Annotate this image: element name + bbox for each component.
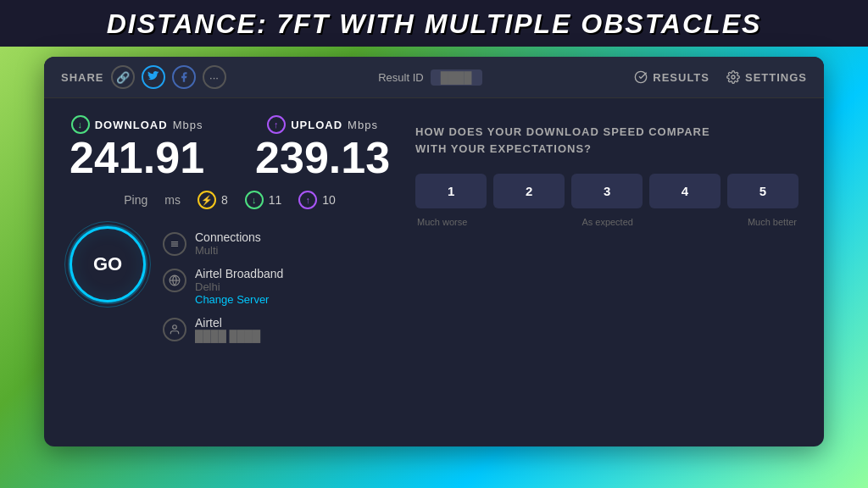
svg-point-7 (173, 325, 177, 330)
upload-block: ↑ UPLOAD Mbps 239.13 (255, 115, 390, 182)
rating-label-right: Much better (748, 217, 797, 227)
right-actions: RESULTS SETTINGS (634, 70, 807, 84)
ping-row: Ping ms ⚡ 8 ↓ 11 ↑ 10 (70, 191, 390, 209)
download-block: ↓ DOWNLOAD Mbps 241.91 (70, 115, 204, 182)
jitter-up-item: ↑ 10 (298, 191, 336, 209)
compare-title: HOW DOES YOUR DOWNLOAD SPEED COMPAREWITH… (415, 124, 798, 157)
top-bar: SHARE 🔗 ··· Result ID ████ RESULTS SETTI… (44, 57, 824, 98)
user-value: ████ ████ (195, 330, 260, 342)
isp-name: Airtel Broadband (195, 267, 283, 280)
download-label: ↓ DOWNLOAD Mbps (70, 115, 204, 134)
ping-label: Ping (124, 193, 147, 207)
jitter-up-icon: ↑ (298, 191, 317, 209)
share-label: SHARE (61, 71, 104, 84)
connections-label: Connections (195, 230, 261, 244)
user-icon (163, 318, 186, 341)
results-button[interactable]: RESULTS (634, 70, 709, 84)
jitter-down-icon: ↓ (245, 191, 264, 209)
facebook-share-icon[interactable] (172, 65, 196, 89)
ping-icon: ⚡ (198, 191, 216, 209)
user-content: Airtel ████ ████ (195, 316, 260, 342)
settings-button[interactable]: SETTINGS (726, 70, 807, 84)
result-id-section: Result ID ████ (226, 69, 635, 86)
connections-value: Multi (195, 244, 261, 257)
go-button[interactable]: GO (70, 226, 146, 302)
right-panel: HOW DOES YOUR DOWNLOAD SPEED COMPAREWITH… (415, 115, 798, 342)
download-value: 241.91 (70, 134, 204, 182)
upload-icon: ↑ (267, 115, 286, 134)
result-id-value: ████ (431, 69, 482, 86)
svg-point-0 (636, 71, 647, 82)
lower-left: GO Connections Multi (70, 226, 390, 342)
info-rows: Connections Multi Airtel Broadband (163, 226, 283, 342)
content-area: ↓ DOWNLOAD Mbps 241.91 ↑ UPLOAD Mbps 239… (44, 98, 824, 359)
connections-row: Connections Multi (163, 230, 283, 257)
globe-icon (163, 269, 186, 292)
rating-row: 1 2 3 4 5 (415, 174, 798, 208)
ping-unit: ms (164, 193, 181, 207)
rating-btn-5[interactable]: 5 (727, 174, 798, 208)
user-label: Airtel (195, 316, 260, 330)
rating-label-left: Much worse (417, 217, 467, 227)
twitter-share-icon[interactable] (142, 65, 165, 89)
rating-label-center: As expected (581, 217, 633, 227)
rating-btn-2[interactable]: 2 (493, 174, 565, 208)
more-share-icon[interactable]: ··· (203, 65, 226, 89)
left-panel: ↓ DOWNLOAD Mbps 241.91 ↑ UPLOAD Mbps 239… (70, 115, 390, 342)
rating-btn-3[interactable]: 3 (571, 174, 643, 208)
svg-point-1 (732, 75, 735, 79)
page-title: DISTANCE: 7FT WITH MULTIPLE OBSTACLES (107, 8, 762, 39)
jitter-down-item: ↓ 11 (245, 191, 282, 209)
main-card: SHARE 🔗 ··· Result ID ████ RESULTS SETTI… (44, 57, 824, 446)
ping-value: 8 (221, 193, 228, 207)
link-share-icon[interactable]: 🔗 (111, 65, 135, 89)
title-bar: DISTANCE: 7FT WITH MULTIPLE OBSTACLES (0, 0, 868, 47)
connections-icon (163, 232, 186, 256)
rating-btn-4[interactable]: 4 (649, 174, 721, 208)
connections-content: Connections Multi (195, 230, 261, 257)
ping-item: ⚡ 8 (198, 191, 228, 209)
isp-row: Airtel Broadband Delhi Change Server (163, 267, 283, 306)
share-section: SHARE 🔗 ··· (61, 65, 226, 89)
speed-row: ↓ DOWNLOAD Mbps 241.91 ↑ UPLOAD Mbps 239… (70, 115, 390, 182)
rating-labels: Much worse As expected Much better (415, 217, 798, 227)
isp-content: Airtel Broadband Delhi Change Server (195, 267, 283, 306)
user-row: Airtel ████ ████ (163, 316, 283, 342)
rating-btn-1[interactable]: 1 (415, 174, 487, 208)
upload-label: ↑ UPLOAD Mbps (255, 115, 390, 134)
download-icon: ↓ (71, 115, 90, 134)
isp-location: Delhi (195, 280, 283, 293)
jitter-down-value: 11 (269, 193, 282, 207)
jitter-up-value: 10 (322, 193, 336, 207)
upload-value: 239.13 (255, 134, 390, 182)
result-id-label: Result ID (378, 71, 423, 84)
change-server-link[interactable]: Change Server (195, 293, 283, 306)
